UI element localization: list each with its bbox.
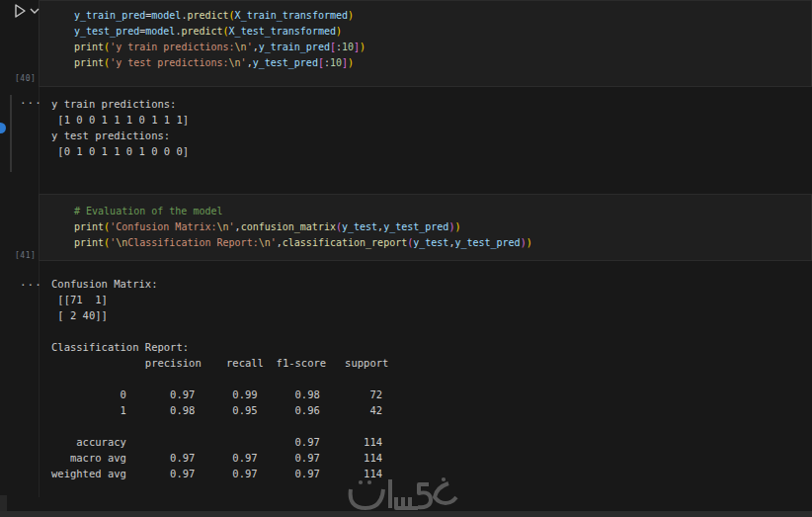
watermark-dot xyxy=(442,477,446,481)
code-cell-editor-1[interactable]: y_train_pred=model.predict(X_train_trans… xyxy=(39,0,812,87)
play-icon xyxy=(16,5,25,17)
run-button-icons xyxy=(12,3,41,19)
code-line[interactable]: print('y test predictions:\n',y_test_pre… xyxy=(74,55,811,71)
chevron-down-icon[interactable] xyxy=(31,9,39,13)
watermark-letter-seen xyxy=(396,497,418,508)
output-focus-bar xyxy=(10,95,12,172)
output-options-icon[interactable]: ··· xyxy=(20,280,42,292)
cell-indicator-dot xyxy=(0,123,6,133)
watermark-letter-teh xyxy=(351,489,383,508)
watermark-dot xyxy=(367,480,371,484)
execution-count: [41] xyxy=(15,251,36,261)
code-lines[interactable]: # Evaluation of the modelprint('Confusio… xyxy=(40,195,811,251)
watermark-letter-meem-five xyxy=(418,484,431,507)
code-line[interactable]: # Evaluation of the model xyxy=(74,204,811,219)
classification-report-output: Confusion Matrix: [[71 1] [ 2 40]] Class… xyxy=(51,276,388,481)
output-options-icon[interactable]: ··· xyxy=(20,98,42,110)
run-cell-button[interactable] xyxy=(12,3,41,19)
code-lines[interactable]: y_train_pred=model.predict(X_train_trans… xyxy=(40,1,811,71)
code-line[interactable]: y_train_pred=model.predict(X_train_trans… xyxy=(74,8,811,24)
code-line[interactable]: y_test_pred=model.predict(X_test_transfo… xyxy=(74,24,811,40)
code-cell-editor-2[interactable]: # Evaluation of the modelprint('Confusio… xyxy=(39,194,812,261)
code-line[interactable]: print('Confusion Matrix:\n',confusion_ma… xyxy=(74,219,811,235)
code-line[interactable]: print('\nClassification Report:\n',class… xyxy=(74,235,811,251)
watermark-letter-khah xyxy=(435,483,456,503)
cell-output-text: y train predictions: [1 0 0 1 1 1 0 1 1 … xyxy=(51,96,189,159)
execution-count: [40] xyxy=(15,74,36,84)
watermark-dot xyxy=(359,480,363,484)
khamsat-watermark xyxy=(346,475,459,517)
code-line[interactable]: print('y train predictions:\n',y_train_p… xyxy=(74,40,811,55)
